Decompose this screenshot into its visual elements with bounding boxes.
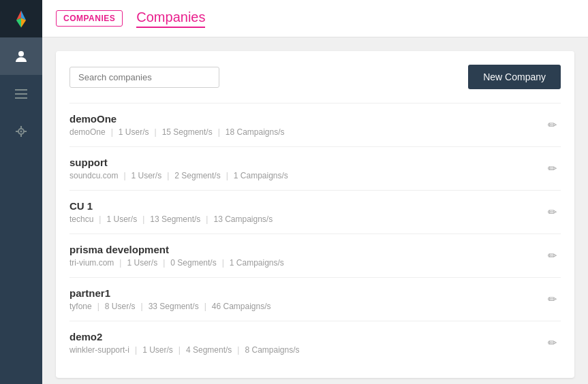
edit-company-button[interactable]: ✏ xyxy=(544,334,561,352)
company-domain: demoOne xyxy=(69,127,106,137)
company-name: prisma development xyxy=(69,244,284,255)
company-info: support soundcu.com | 1 User/s | 2 Segme… xyxy=(69,157,288,180)
company-users: 1 User/s xyxy=(106,214,137,224)
company-campaigns: 1 Campaigns/s xyxy=(230,258,284,268)
company-users: 1 User/s xyxy=(127,258,157,268)
edit-company-button[interactable]: ✏ xyxy=(544,116,561,134)
company-info: partner1 tyfone | 8 User/s | 33 Segment/… xyxy=(69,287,271,311)
separator: | xyxy=(119,258,121,268)
table-row: prisma development tri-vium.com | 1 User… xyxy=(69,234,561,277)
company-info: CU 1 techcu | 1 User/s | 13 Segment/s | … xyxy=(69,200,273,224)
company-name: partner1 xyxy=(69,287,271,299)
search-input[interactable] xyxy=(69,67,219,88)
company-name: demo2 xyxy=(69,331,300,342)
company-name: support xyxy=(69,157,288,168)
company-info: demo2 winkler-support-i | 1 User/s | 4 S… xyxy=(69,331,300,355)
table-row: demoOne demoOne | 1 User/s | 15 Segment/… xyxy=(69,103,561,146)
company-name: CU 1 xyxy=(69,200,273,212)
separator: | xyxy=(206,214,208,224)
company-segments: 15 Segment/s xyxy=(162,127,213,137)
separator: | xyxy=(111,127,113,137)
separator: | xyxy=(226,171,228,180)
person-icon xyxy=(13,48,29,65)
company-segments: 2 Segment/s xyxy=(174,171,220,180)
company-domain: tyfone xyxy=(69,302,92,311)
svg-point-10 xyxy=(20,130,22,132)
companies-list: demoOne demoOne | 1 User/s | 15 Segment/… xyxy=(69,103,561,364)
breadcrumb: COMPANIES xyxy=(56,10,123,27)
svg-rect-6 xyxy=(15,89,27,91)
separator: | xyxy=(167,171,169,180)
company-domain: winkler-support-i xyxy=(69,345,129,355)
separator: | xyxy=(141,302,143,311)
svg-point-5 xyxy=(18,51,24,57)
svg-rect-8 xyxy=(15,97,27,99)
table-row: CU 1 techcu | 1 User/s | 13 Segment/s | … xyxy=(69,190,561,234)
edit-company-button[interactable]: ✏ xyxy=(544,290,561,308)
company-campaigns: 18 Campaigns/s xyxy=(226,127,285,137)
company-name: demoOne xyxy=(69,113,285,125)
sidebar-item-analytics[interactable] xyxy=(0,112,42,150)
table-row: support soundcu.com | 1 User/s | 2 Segme… xyxy=(69,146,561,190)
separator: | xyxy=(97,302,99,311)
sidebar xyxy=(0,0,42,384)
company-domain: soundcu.com xyxy=(69,171,118,180)
company-campaigns: 13 Campaigns/s xyxy=(213,214,273,224)
separator: | xyxy=(179,345,181,355)
table-row: demo2 winkler-support-i | 1 User/s | 4 S… xyxy=(69,321,561,364)
topnav: COMPANIES Companies xyxy=(42,0,588,37)
separator: | xyxy=(142,214,144,224)
company-users: 1 User/s xyxy=(131,171,162,180)
content-area: New Company demoOne demoOne | 1 User/s |… xyxy=(42,37,588,384)
sidebar-item-list[interactable] xyxy=(0,75,42,112)
companies-card: New Company demoOne demoOne | 1 User/s |… xyxy=(56,51,574,378)
company-domain: tri-vium.com xyxy=(69,258,114,268)
separator: | xyxy=(237,345,239,355)
main-area: COMPANIES Companies New Company demoOne … xyxy=(42,0,588,384)
table-row: partner1 tyfone | 8 User/s | 33 Segment/… xyxy=(69,277,561,321)
company-segments: 13 Segment/s xyxy=(150,214,200,224)
page-title: Companies xyxy=(136,10,205,28)
company-domain: techcu xyxy=(69,214,93,224)
company-meta: tri-vium.com | 1 User/s | 0 Segment/s | … xyxy=(69,258,284,268)
company-meta: tyfone | 8 User/s | 33 Segment/s | 46 Ca… xyxy=(69,302,271,311)
edit-company-button[interactable]: ✏ xyxy=(544,203,561,221)
toolbar: New Company xyxy=(69,65,561,89)
company-campaigns: 1 Campaigns/s xyxy=(234,171,288,180)
company-users: 1 User/s xyxy=(142,345,173,355)
separator: | xyxy=(204,302,206,311)
separator: | xyxy=(99,214,101,224)
app-logo-icon xyxy=(10,8,32,30)
company-info: demoOne demoOne | 1 User/s | 15 Segment/… xyxy=(69,113,285,137)
company-meta: demoOne | 1 User/s | 15 Segment/s | 18 C… xyxy=(69,127,285,137)
analytics-icon xyxy=(13,123,29,140)
company-segments: 4 Segment/s xyxy=(186,345,232,355)
list-icon xyxy=(13,86,29,102)
company-info: prisma development tri-vium.com | 1 User… xyxy=(69,244,284,268)
company-users: 8 User/s xyxy=(105,302,136,311)
sidebar-logo xyxy=(0,0,42,37)
separator: | xyxy=(155,127,157,137)
edit-company-button[interactable]: ✏ xyxy=(544,246,561,265)
new-company-button[interactable]: New Company xyxy=(468,65,561,89)
separator: | xyxy=(163,258,165,268)
separator: | xyxy=(135,345,137,355)
separator: | xyxy=(222,258,224,268)
separator: | xyxy=(218,127,220,137)
svg-rect-7 xyxy=(15,93,27,95)
company-meta: soundcu.com | 1 User/s | 2 Segment/s | 1… xyxy=(69,171,288,180)
company-meta: winkler-support-i | 1 User/s | 4 Segment… xyxy=(69,345,300,355)
company-segments: 0 Segment/s xyxy=(170,258,216,268)
edit-company-button[interactable]: ✏ xyxy=(544,159,561,178)
separator: | xyxy=(123,171,125,180)
company-users: 1 User/s xyxy=(119,127,149,137)
company-campaigns: 8 Campaigns/s xyxy=(245,345,299,355)
company-segments: 33 Segment/s xyxy=(149,302,199,311)
sidebar-item-people[interactable] xyxy=(0,37,42,75)
company-campaigns: 46 Campaigns/s xyxy=(212,302,271,311)
company-meta: techcu | 1 User/s | 13 Segment/s | 13 Ca… xyxy=(69,214,273,224)
